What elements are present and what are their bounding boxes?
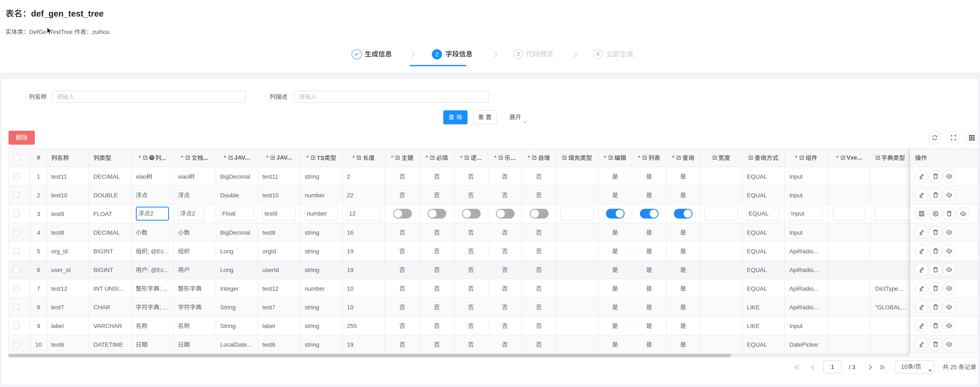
svg-text:?: ? (151, 155, 153, 159)
